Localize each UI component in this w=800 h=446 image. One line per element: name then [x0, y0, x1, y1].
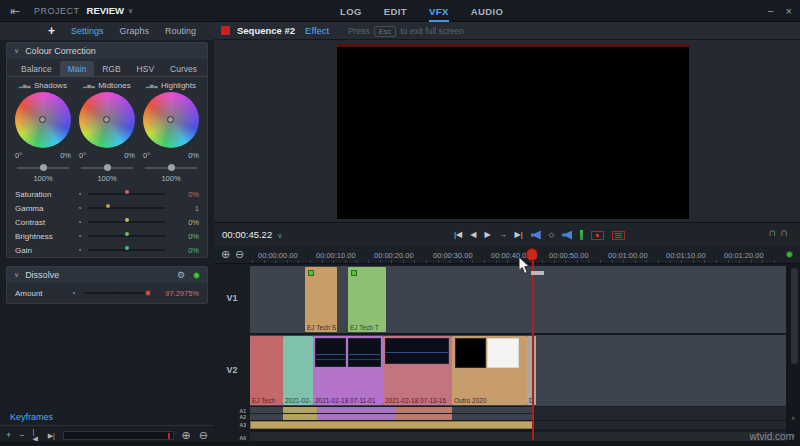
- track-label-a2[interactable]: A2: [240, 414, 246, 420]
- reset-clock-icon[interactable]: ◔: [77, 204, 82, 213]
- tab-vfx[interactable]: VFX: [429, 0, 449, 22]
- gain-slider[interactable]: [88, 249, 165, 251]
- brightness-slider[interactable]: [88, 235, 165, 237]
- slider-knob[interactable]: [168, 164, 175, 171]
- timeline-zoom-in-icon[interactable]: ⊕: [221, 249, 230, 260]
- timeline-clip[interactable]: 2021-02-18 07-11-01: [313, 336, 383, 405]
- headphones-icon[interactable]: ∩∩: [768, 226, 792, 238]
- remove-keyframe-button[interactable]: −: [19, 431, 24, 440]
- tab-settings[interactable]: Settings: [71, 26, 104, 36]
- audio-meter-icon[interactable]: [580, 230, 583, 240]
- skip-start-button[interactable]: |◀: [454, 231, 462, 239]
- add-effect-button[interactable]: +: [48, 24, 55, 38]
- tab-main[interactable]: Main: [60, 61, 94, 76]
- timeline-clip[interactable]: Outro 2020: [452, 336, 527, 405]
- track-label-v1[interactable]: V1: [214, 293, 250, 303]
- sequence-title[interactable]: Sequence #2: [237, 25, 295, 36]
- tab-log[interactable]: LOG: [340, 0, 362, 22]
- timeline-clip[interactable]: EJ Tech S: [305, 267, 337, 332]
- video-frame[interactable]: [337, 44, 689, 219]
- slider-knob[interactable]: [104, 164, 111, 171]
- slider-knob[interactable]: [145, 290, 151, 296]
- step-forward-button[interactable]: →: [499, 231, 507, 239]
- color-wheel-shadows[interactable]: [15, 92, 71, 148]
- play-button[interactable]: ▶: [484, 231, 490, 239]
- track-label-v2[interactable]: V2: [214, 365, 250, 375]
- colour-correction-header[interactable]: ∨ Colour Correction: [7, 43, 207, 59]
- reset-clock-icon[interactable]: ◔: [77, 190, 82, 199]
- audio-segment[interactable]: [283, 407, 317, 420]
- tab-rgb[interactable]: RGB: [94, 61, 128, 76]
- audio-segment[interactable]: [317, 407, 395, 420]
- slider-knob[interactable]: [125, 246, 129, 250]
- slider-knob[interactable]: [125, 190, 129, 194]
- scroll-up-icon[interactable]: ∧: [791, 414, 795, 421]
- dissolve-header[interactable]: ∨ Dissolve ⚙: [7, 267, 207, 283]
- tab-audio[interactable]: AUDIO: [471, 0, 504, 22]
- tab-routing[interactable]: Routing: [165, 26, 196, 36]
- timeline-clip[interactable]: 2021-02-18 07-13-16: [383, 336, 452, 405]
- keyframe-strip[interactable]: [63, 431, 174, 440]
- reset-clock-icon[interactable]: ◔: [77, 246, 82, 255]
- tab-curves[interactable]: Curves: [162, 61, 205, 76]
- zoom-in-icon[interactable]: ⊕: [182, 429, 191, 442]
- audio-tracks-band[interactable]: [250, 407, 786, 420]
- skip-end-button[interactable]: ▶|: [515, 231, 523, 239]
- wheel-puck[interactable]: [39, 116, 46, 123]
- prev-keyframe-button[interactable]: |◀: [33, 428, 40, 442]
- luma-slider-shadows[interactable]: [17, 167, 69, 169]
- overlay-toggle-icon[interactable]: [591, 231, 604, 240]
- add-keyframe-button[interactable]: +: [6, 431, 11, 440]
- keyframe-clock-icon[interactable]: ◔: [71, 289, 76, 298]
- track-v1[interactable]: EJ Tech S EJ Tech T: [250, 266, 786, 333]
- saturation-slider[interactable]: [88, 193, 165, 195]
- tab-edit[interactable]: EDIT: [384, 0, 407, 22]
- reset-clock-icon[interactable]: ◔: [77, 218, 82, 227]
- timeline-clip[interactable]: 2021-02-: [283, 336, 313, 405]
- audio-segment[interactable]: [250, 407, 283, 420]
- effect-tab[interactable]: Effect: [305, 25, 329, 36]
- contrast-slider[interactable]: [88, 221, 165, 223]
- slider-knob[interactable]: [125, 232, 129, 236]
- close-button[interactable]: ×: [786, 5, 792, 17]
- exit-project-icon[interactable]: ⇤: [10, 5, 20, 17]
- step-back-button[interactable]: ◀: [470, 231, 476, 239]
- speaker-right-icon[interactable]: [562, 231, 572, 240]
- tab-graphs[interactable]: Graphs: [120, 26, 150, 36]
- luma-slider-highlights[interactable]: [145, 167, 197, 169]
- timeline-zoom-out-icon[interactable]: ⊖: [235, 249, 244, 260]
- gear-icon[interactable]: ⚙: [177, 270, 185, 280]
- timecode-toggle-icon[interactable]: [612, 231, 625, 240]
- zoom-out-icon[interactable]: ⊖: [199, 429, 208, 442]
- audio-segment[interactable]: [395, 407, 452, 420]
- timeline-clip[interactable]: EJ Tech T: [348, 267, 386, 332]
- track-label-a3[interactable]: A3: [240, 422, 246, 428]
- audio-segment[interactable]: [250, 421, 533, 429]
- track-v2[interactable]: EJ Tech 2021-02- 2021-02-18 07-11-01 202…: [250, 335, 786, 406]
- timeline-clip[interactable]: EJ Tech: [250, 336, 283, 405]
- color-wheel-midtones[interactable]: [79, 92, 135, 148]
- amount-slider[interactable]: ◆: [84, 292, 148, 294]
- minimize-button[interactable]: −: [767, 5, 773, 17]
- playhead-line[interactable]: [532, 248, 534, 440]
- color-wheel-highlights[interactable]: [143, 92, 199, 148]
- diamond-icon[interactable]: ◇: [549, 231, 554, 239]
- timeline-ruler[interactable]: ⊕ ⊖ 00:00:00.00 00:00:10.00 00:00:20.00 …: [214, 246, 800, 264]
- slider-knob[interactable]: [40, 164, 47, 171]
- reset-clock-icon[interactable]: ◔: [77, 232, 82, 241]
- wheel-puck[interactable]: [103, 116, 110, 123]
- project-name[interactable]: REVIEW: [87, 5, 124, 16]
- timecode-display[interactable]: 00:00:45.22∨: [222, 229, 282, 240]
- gamma-slider[interactable]: [88, 207, 165, 209]
- tab-balance[interactable]: Balance: [13, 61, 60, 76]
- keyframe-playhead-tick[interactable]: [168, 433, 170, 439]
- scrollbar-thumb[interactable]: [791, 268, 798, 364]
- audio-segment[interactable]: [452, 407, 533, 420]
- next-keyframe-button[interactable]: ▶|: [48, 432, 55, 439]
- slider-knob[interactable]: [125, 218, 129, 222]
- luma-slider-midtones[interactable]: [81, 167, 133, 169]
- timeline-scrollbar[interactable]: ∧ ∨: [787, 264, 800, 446]
- slider-knob[interactable]: [106, 204, 110, 208]
- audio-track-a3[interactable]: [250, 421, 786, 429]
- effect-enabled-led[interactable]: [193, 272, 200, 279]
